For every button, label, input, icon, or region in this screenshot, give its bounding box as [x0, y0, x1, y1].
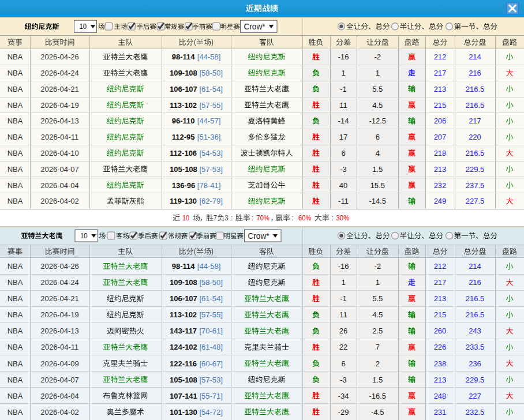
svg-text:2026-04-04: 2026-04-04 — [40, 181, 79, 190]
svg-text:11: 11 — [339, 310, 347, 319]
svg-text:206: 206 — [434, 117, 447, 125]
svg-text:233.5: 233.5 — [466, 343, 485, 351]
svg-text:2026-04-21: 2026-04-21 — [40, 294, 79, 303]
svg-text:-2: -2 — [374, 262, 381, 271]
svg-text:249: 249 — [434, 197, 447, 205]
svg-text:-29: -29 — [338, 408, 349, 417]
svg-text:-3: -3 — [340, 376, 347, 384]
svg-text:1.5: 1.5 — [372, 376, 383, 384]
svg-text:214: 214 — [469, 262, 481, 271]
svg-text:[57-53]: [57-53] — [199, 165, 222, 174]
svg-text:216.5: 216.5 — [466, 101, 485, 110]
svg-text:NBA: NBA — [8, 327, 23, 335]
svg-text:1.5: 1.5 — [372, 165, 383, 174]
svg-text:212: 212 — [434, 52, 447, 61]
svg-text:17: 17 — [339, 133, 347, 141]
svg-text:NBA: NBA — [8, 52, 23, 61]
svg-text:2026-04-07: 2026-04-07 — [40, 376, 79, 384]
svg-text:NBA: NBA — [8, 376, 23, 384]
svg-text:NBA: NBA — [8, 181, 23, 190]
svg-text:[54-72]: [54-72] — [199, 408, 222, 417]
svg-text:248: 248 — [434, 392, 447, 400]
svg-text:-3: -3 — [340, 165, 347, 174]
svg-text:213: 213 — [434, 85, 447, 93]
svg-text:2026-04-07: 2026-04-07 — [40, 165, 79, 174]
svg-text:143-117: 143-117 — [170, 327, 197, 335]
svg-text:6: 6 — [341, 149, 345, 158]
svg-text:[61-54]: [61-54] — [199, 85, 222, 93]
svg-text:NBA: NBA — [8, 101, 23, 110]
svg-text:30%: 30% — [336, 214, 349, 222]
svg-text:2026-04-21: 2026-04-21 — [40, 85, 79, 93]
svg-text:1: 1 — [341, 278, 345, 287]
svg-text:113-102: 113-102 — [170, 101, 197, 110]
svg-text:[57-55]: [57-55] — [199, 101, 222, 110]
svg-text:98-114: 98-114 — [172, 52, 196, 61]
svg-text:-1: -1 — [340, 85, 347, 93]
svg-text:NBA: NBA — [8, 117, 23, 125]
svg-text:[44-57]: [44-57] — [197, 117, 220, 125]
svg-text:237.5: 237.5 — [466, 181, 485, 190]
svg-text:[61-54]: [61-54] — [199, 294, 222, 303]
svg-text:60%: 60% — [298, 214, 311, 222]
svg-text:1: 1 — [376, 69, 380, 77]
svg-text:216.5: 216.5 — [466, 310, 485, 319]
svg-text:113-102: 113-102 — [170, 310, 197, 319]
svg-text:22: 22 — [339, 343, 347, 351]
svg-text:236: 236 — [469, 359, 481, 368]
svg-text:243: 243 — [469, 327, 481, 335]
svg-text:NBA: NBA — [8, 408, 23, 417]
svg-text::: : — [331, 214, 333, 222]
svg-text:[58-50]: [58-50] — [199, 69, 222, 77]
svg-text:216: 216 — [469, 278, 481, 287]
svg-text:216.5: 216.5 — [466, 294, 485, 303]
svg-text:[70-61]: [70-61] — [199, 327, 222, 335]
svg-text:4: 4 — [376, 149, 380, 158]
svg-text:2: 2 — [376, 359, 380, 368]
svg-text:215: 215 — [434, 101, 447, 110]
svg-text:2026-04-02: 2026-04-02 — [40, 408, 79, 417]
svg-text:10: 10 — [182, 214, 189, 222]
svg-text:2026-04-19: 2026-04-19 — [40, 101, 79, 110]
svg-text:215: 215 — [434, 310, 447, 319]
svg-text:2026-04-09: 2026-04-09 — [40, 359, 79, 368]
svg-text:-11: -11 — [338, 197, 349, 205]
svg-text:-12.5: -12.5 — [369, 117, 386, 125]
svg-text:-16: -16 — [338, 262, 349, 271]
svg-text:216.5: 216.5 — [466, 85, 485, 93]
svg-text:NBA: NBA — [8, 165, 23, 174]
svg-text:122-116: 122-116 — [170, 359, 197, 368]
svg-text:[61-48]: [61-48] — [199, 343, 222, 351]
svg-text:112-95: 112-95 — [172, 133, 195, 141]
svg-text:-2: -2 — [374, 52, 381, 61]
svg-text:1: 1 — [376, 278, 380, 287]
svg-text:11: 11 — [339, 101, 347, 110]
svg-text:NBA: NBA — [8, 197, 23, 205]
svg-text:[54-53]: [54-53] — [199, 149, 222, 158]
svg-text:26: 26 — [339, 327, 347, 335]
svg-text:10: 10 — [80, 22, 87, 31]
svg-text:4.5: 4.5 — [372, 101, 383, 110]
svg-text:NBA: NBA — [8, 294, 23, 303]
svg-text:101-130: 101-130 — [170, 408, 197, 417]
svg-text:4.5: 4.5 — [372, 310, 383, 319]
svg-text:NBA: NBA — [8, 69, 23, 77]
svg-text:NBA: NBA — [8, 392, 23, 400]
svg-text:2026-04-24: 2026-04-24 — [40, 69, 79, 77]
svg-text:2026-04-11: 2026-04-11 — [41, 343, 79, 351]
svg-text:-34: -34 — [338, 392, 349, 400]
svg-text:[44-58]: [44-58] — [197, 52, 220, 61]
svg-text:2026-04-04: 2026-04-04 — [40, 392, 79, 400]
svg-text:107-141: 107-141 — [170, 392, 197, 400]
svg-text::: : — [231, 214, 233, 222]
svg-text:214: 214 — [469, 52, 481, 61]
svg-text:217: 217 — [469, 117, 481, 125]
svg-text:238: 238 — [434, 359, 447, 368]
svg-text::: : — [291, 214, 293, 222]
svg-text:213: 213 — [434, 294, 447, 303]
svg-text:-16: -16 — [338, 52, 349, 61]
svg-text:-16.5: -16.5 — [369, 392, 386, 400]
svg-text:2026-04-26: 2026-04-26 — [40, 262, 79, 271]
svg-text:231: 231 — [434, 408, 447, 417]
svg-text:119-130: 119-130 — [170, 197, 197, 205]
